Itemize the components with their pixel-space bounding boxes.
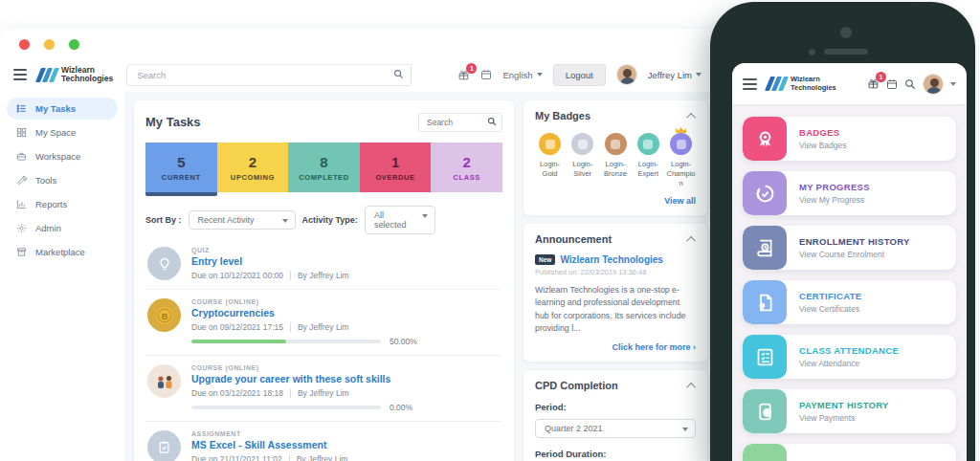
period-label: Period: (535, 402, 696, 412)
camera-icon (840, 27, 852, 38)
briefcase-icon (16, 151, 27, 162)
silver-medal-icon (571, 133, 593, 155)
sidebar-item-tools[interactable]: Tools (7, 169, 118, 191)
user-menu[interactable]: Jeffrey Lim (648, 70, 702, 80)
panel-title: My Tasks (145, 115, 201, 129)
sensor-icon (809, 49, 815, 55)
global-search (126, 64, 412, 86)
tab-class[interactable]: 2 CLASS (431, 143, 502, 192)
notification-badge: 1 (466, 63, 477, 74)
menu-icon[interactable] (743, 78, 757, 90)
badge-item[interactable]: Login-Gold (535, 133, 565, 187)
champion-medal-icon (670, 133, 692, 155)
period-select[interactable]: Quarter 2 2021 (535, 419, 696, 438)
avatar[interactable] (923, 74, 944, 95)
search-icon[interactable] (904, 78, 916, 90)
task-row: B COURSE (ONLINE) Cryptocurrencies Due o… (145, 289, 502, 355)
logo-mark-icon (38, 68, 56, 82)
more-link[interactable]: Click here for more › (535, 342, 696, 352)
menu-item-enrollment-history[interactable]: ENROLLMENT HISTORY View Course Enrolment (743, 226, 956, 270)
minimize-window-button[interactable] (44, 39, 55, 50)
my-badges-panel: My Badges Login-Gold Login-Silver (523, 100, 707, 215)
view-all-link[interactable]: View all (535, 196, 696, 206)
phone-mockup: WizlearnTechnologies 1 (710, 2, 975, 461)
menu-icon[interactable] (13, 69, 27, 80)
speaker-icon (824, 49, 868, 55)
partial-icon (743, 444, 787, 461)
tab-upcoming[interactable]: 2 UPCOMING (217, 143, 289, 192)
tab-overdue[interactable]: 1 OVERDUE (360, 143, 432, 192)
sidebar-item-reports[interactable]: Reports (7, 193, 118, 215)
task-row: ASSIGNMENT MS Excel - Skill Assessment D… (145, 421, 502, 461)
wrench-icon (16, 175, 27, 186)
menu-item-my-progress[interactable]: MY PROGRESS View My Progress (743, 171, 956, 215)
announcement-link[interactable]: Wizlearn Technologies (560, 254, 663, 265)
clipboard-icon (147, 430, 181, 461)
chevron-down-icon (537, 73, 543, 77)
promotions-icon[interactable]: 1 (867, 77, 880, 90)
tab-current[interactable]: 5 CURRENT (145, 143, 217, 192)
collapse-icon[interactable] (686, 236, 696, 246)
activity-type-label: Activity Type: (302, 215, 358, 225)
my-tasks-panel: My Tasks 5 CURRENT 2 (134, 100, 514, 461)
archive-icon (16, 247, 27, 257)
badge-item[interactable]: Login-Expert (634, 133, 663, 187)
collapse-icon[interactable] (686, 382, 696, 391)
menu-item-certificate[interactable]: CERTIFICATE View Certificates (743, 280, 956, 324)
activity-type-select[interactable]: All selected (365, 206, 435, 234)
sidebar-item-admin[interactable]: Admin (7, 217, 118, 239)
announcement-body: Wizlearn Technologies is a one-stop e-le… (535, 284, 696, 335)
task-link[interactable]: MS Excel - Skill Assessment (191, 439, 347, 450)
coin-icon: B (147, 298, 181, 332)
brand-logo[interactable]: WizlearnTechnologies (768, 76, 836, 92)
badge-item[interactable]: Login-Bronze (601, 133, 631, 187)
task-link[interactable]: Entry level (191, 255, 349, 267)
page: WizlearnTechnologies 1 English Logout (0, 0, 980, 461)
sidebar-item-marketplace[interactable]: Marketplace (7, 241, 118, 263)
search-icon[interactable] (393, 69, 404, 79)
badge-item[interactable]: Login-Champion (666, 133, 696, 187)
phone-screen: WizlearnTechnologies 1 (732, 63, 967, 461)
app-header: WizlearnTechnologies 1 English Logout (0, 57, 715, 92)
expert-medal-icon (637, 133, 659, 155)
close-window-button[interactable] (19, 39, 30, 50)
brand-logo[interactable]: WizlearnTechnologies (38, 66, 113, 84)
search-input[interactable] (126, 64, 412, 86)
sort-by-label: Sort By : (145, 215, 182, 225)
menu-item-payment-history[interactable]: $ PAYMENT HISTORY View Payments (743, 389, 956, 433)
gold-medal-icon (539, 133, 561, 155)
medal-icon (743, 117, 787, 161)
task-link[interactable]: Upgrade your career with these soft skil… (191, 373, 501, 384)
window-controls (19, 39, 79, 50)
menu-item-partial[interactable] (743, 444, 956, 461)
sidebar: My Tasks My Space Workspace Tools Report… (0, 92, 124, 461)
tab-completed[interactable]: 8 COMPLETED (288, 143, 360, 192)
menu-item-class-attendance[interactable]: CLASS ATTENDANCE View Attendance (743, 335, 956, 379)
cpd-completion-panel: CPD Completion Period: Quarter 2 2021 Pe… (523, 370, 707, 461)
task-row: QUIZ Entry level Due on 10/12/2021 00:00… (145, 238, 502, 289)
grid-icon (16, 127, 27, 138)
bulb-icon (147, 247, 181, 280)
badge-item[interactable]: Login-Silver (568, 133, 597, 187)
logout-button[interactable]: Logout (553, 64, 606, 86)
desktop-window: WizlearnTechnologies 1 English Logout (0, 29, 715, 461)
search-icon[interactable] (487, 117, 497, 126)
sidebar-item-workspace[interactable]: Workspace (7, 145, 118, 167)
task-row: COURSE (ONLINE) Upgrade your career with… (145, 355, 502, 421)
avatar[interactable] (616, 64, 637, 85)
calendar-icon[interactable] (886, 78, 898, 90)
sort-by-select[interactable]: Recent Activity (189, 210, 296, 230)
maximize-window-button[interactable] (69, 39, 79, 50)
calendar-icon[interactable] (480, 69, 492, 80)
task-link[interactable]: Cryptocurrencies (191, 307, 501, 318)
sidebar-item-my-tasks[interactable]: My Tasks (7, 98, 118, 120)
bar-chart-icon (16, 199, 27, 209)
chevron-down-icon[interactable] (950, 82, 956, 86)
sidebar-item-my-space[interactable]: My Space (7, 121, 118, 143)
checklist-icon (743, 335, 787, 379)
collapse-icon[interactable] (686, 112, 696, 121)
promotions-icon[interactable]: 1 (457, 69, 470, 81)
language-selector[interactable]: English (502, 70, 542, 80)
menu-item-badges[interactable]: BADGES View Badges (743, 117, 956, 161)
book-clock-icon (743, 226, 787, 270)
